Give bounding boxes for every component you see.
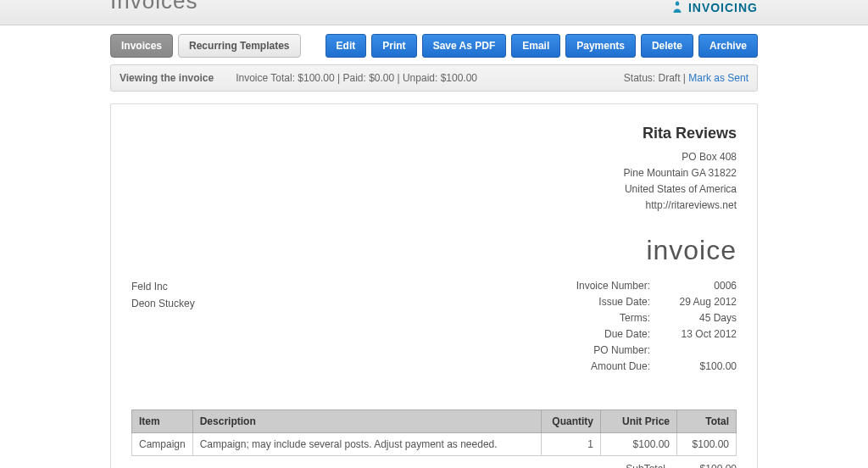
cell-description: Campaign; may include several posts. Adj… bbox=[192, 432, 541, 455]
info-bar: Viewing the invoice Invoice Total: $100.… bbox=[110, 64, 758, 92]
company-address-line2: Pine Mountain GA 31822 bbox=[131, 165, 737, 181]
company-address-line1: PO Box 408 bbox=[131, 149, 737, 165]
toolbar: Invoices Recurring Templates Edit Print … bbox=[110, 34, 758, 58]
due-date-label: Due Date: bbox=[548, 326, 650, 343]
cell-item: Campaign bbox=[132, 432, 193, 455]
bill-to-contact: Deon Stuckey bbox=[131, 295, 195, 312]
bill-to-company: Feld Inc bbox=[131, 278, 195, 295]
items-table: Item Description Quantity Unit Price Tot… bbox=[131, 410, 737, 456]
company-block: Rita Reviews PO Box 408 Pine Mountain GA… bbox=[131, 121, 737, 214]
issue-date-label: Issue Date: bbox=[548, 294, 650, 310]
status-block: Status: Draft | Mark as Sent bbox=[624, 72, 748, 84]
col-description: Description bbox=[192, 410, 541, 432]
invoice-meta: Invoice Number:0006 Issue Date:29 Aug 20… bbox=[548, 278, 737, 376]
print-button[interactable]: Print bbox=[371, 34, 416, 58]
invoice-totals-summary: Invoice Total: $100.00 | Paid: $0.00 | U… bbox=[236, 72, 477, 84]
totals-block: SubTotal$100.00 Total$100.00 Amount Due$… bbox=[131, 461, 737, 468]
edit-button[interactable]: Edit bbox=[326, 34, 367, 58]
top-bar: Invoices INVOICING bbox=[0, 0, 868, 25]
brand-logo: INVOICING bbox=[670, 0, 758, 15]
status-value: Draft bbox=[658, 72, 680, 84]
archive-button[interactable]: Archive bbox=[698, 34, 758, 58]
table-row: Campaign Campaign; may include several p… bbox=[132, 432, 737, 455]
company-address-line3: United States of America bbox=[131, 181, 737, 198]
bill-to: Feld Inc Deon Stuckey bbox=[131, 278, 195, 376]
items-header-row: Item Description Quantity Unit Price Tot… bbox=[132, 410, 737, 432]
col-total: Total bbox=[677, 410, 737, 432]
terms-label: Terms: bbox=[548, 310, 650, 326]
brand-text: INVOICING bbox=[688, 1, 758, 14]
tab-invoices[interactable]: Invoices bbox=[110, 34, 173, 58]
company-url: http://ritareviews.net bbox=[131, 198, 737, 214]
subtotal-value: $100.00 bbox=[677, 461, 737, 468]
main-container: Invoices Recurring Templates Edit Print … bbox=[110, 34, 758, 468]
due-date: 13 Oct 2012 bbox=[660, 326, 737, 343]
company-name: Rita Reviews bbox=[131, 121, 737, 146]
col-item: Item bbox=[132, 410, 193, 432]
save-pdf-button[interactable]: Save As PDF bbox=[422, 34, 507, 58]
cell-unit-price: $100.00 bbox=[601, 432, 677, 455]
payments-button[interactable]: Payments bbox=[565, 34, 636, 58]
col-unit-price: Unit Price bbox=[601, 410, 677, 432]
meta-row: Feld Inc Deon Stuckey Invoice Number:000… bbox=[131, 278, 737, 376]
status-sep: | bbox=[681, 72, 689, 84]
invoice-number: 0006 bbox=[660, 278, 737, 294]
viewing-label: Viewing the invoice bbox=[120, 72, 214, 84]
amount-due-label: Amount Due: bbox=[548, 359, 650, 375]
terms: 45 Days bbox=[660, 310, 737, 326]
cell-quantity: 1 bbox=[542, 432, 601, 455]
mark-as-sent-link[interactable]: Mark as Sent bbox=[688, 72, 748, 84]
col-quantity: Quantity bbox=[542, 410, 601, 432]
po-number bbox=[660, 343, 737, 359]
tabs: Invoices Recurring Templates bbox=[110, 34, 301, 58]
issue-date: 29 Aug 2012 bbox=[660, 294, 737, 310]
invoice-heading: invoice bbox=[131, 235, 737, 266]
brand-icon bbox=[670, 0, 685, 15]
subtotal-label: SubTotal bbox=[581, 461, 665, 468]
email-button[interactable]: Email bbox=[511, 34, 560, 58]
delete-button[interactable]: Delete bbox=[641, 34, 693, 58]
cell-total: $100.00 bbox=[677, 432, 737, 455]
page-title: Invoices bbox=[110, 0, 198, 7]
tab-recurring-templates[interactable]: Recurring Templates bbox=[178, 34, 300, 58]
invoice-number-label: Invoice Number: bbox=[548, 278, 650, 294]
invoice-paper: Rita Reviews PO Box 408 Pine Mountain GA… bbox=[110, 103, 758, 468]
amount-due: $100.00 bbox=[660, 359, 737, 375]
po-number-label: PO Number: bbox=[548, 343, 650, 359]
actions: Edit Print Save As PDF Email Payments De… bbox=[326, 34, 758, 58]
status-label: Status: bbox=[624, 72, 659, 84]
